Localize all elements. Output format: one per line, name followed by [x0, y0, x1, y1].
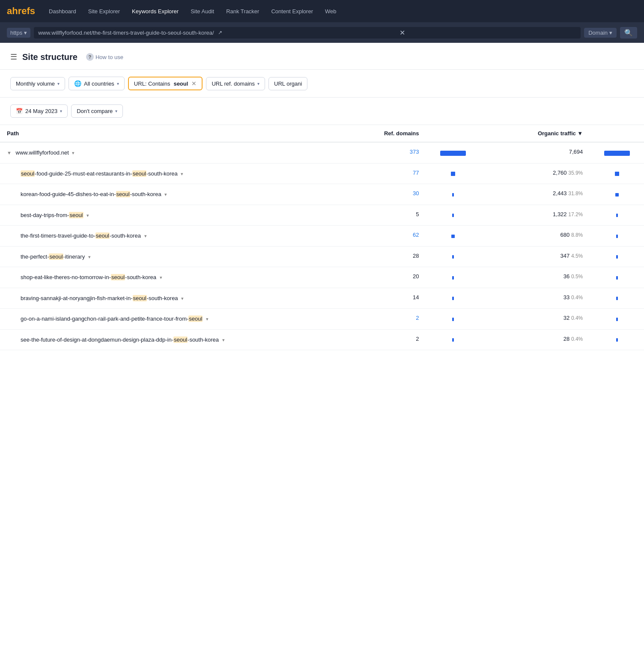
nav-content-explorer[interactable]: Content Explorer — [266, 6, 318, 17]
url-contains-filter[interactable]: URL: Contains seoul ✕ — [128, 77, 203, 90]
table-row: braving-sannakji-at-noryangjin-fish-mark… — [0, 288, 644, 309]
ref-domains-value[interactable]: 77 — [335, 163, 426, 184]
path-cell: see-the-future-of-design-at-dongdaemun-d… — [0, 329, 335, 350]
sidebar-toggle-icon[interactable]: ☰ — [10, 52, 17, 62]
organic-bar-dot — [616, 297, 618, 300]
expand-icon[interactable]: ▾ — [181, 171, 183, 176]
highlight-word: seoul — [173, 336, 188, 343]
highlight-word: seoul — [133, 295, 147, 301]
countries-filter[interactable]: 🌐 All countries ▾ — [69, 77, 125, 90]
nav-site-explorer[interactable]: Site Explorer — [83, 6, 125, 17]
traffic-pct: 35.9% — [568, 170, 583, 176]
url-bar: https ▾ www.willflyforfood.net/the-first… — [0, 22, 644, 43]
domain-selector[interactable]: Domain ▾ — [584, 28, 617, 38]
organic-bar — [590, 205, 644, 226]
ref-domains-value: 20 — [335, 267, 426, 288]
ref-domains-value: 5 — [335, 205, 426, 226]
nav-keywords-explorer[interactable]: Keywords Explorer — [127, 6, 184, 17]
expand-icon[interactable]: ▾ — [222, 337, 225, 342]
ref-domains-chevron-icon: ▾ — [257, 81, 259, 86]
countries-label: All countries — [84, 80, 114, 87]
globe-icon: 🌐 — [74, 80, 81, 87]
protocol-selector[interactable]: https ▾ — [7, 28, 30, 38]
compare-selector[interactable]: Don't compare ▾ — [71, 104, 123, 118]
table-row: see-the-future-of-design-at-dongdaemun-d… — [0, 329, 644, 350]
url-filter-close-icon[interactable]: ✕ — [191, 80, 197, 87]
url-clear-icon[interactable]: ✕ — [400, 29, 577, 37]
help-icon: ? — [86, 53, 94, 61]
how-to-use-button[interactable]: ? How to use — [83, 51, 127, 63]
organic-traffic-column-header[interactable]: Organic traffic ▼ — [480, 125, 590, 142]
organic-bar-dot — [615, 172, 619, 176]
external-link-icon[interactable]: ↗ — [218, 30, 395, 36]
expand-icon[interactable]: ▾ — [160, 275, 162, 280]
nav-site-audit[interactable]: Site Audit — [185, 6, 219, 17]
organic-bar — [590, 246, 644, 267]
nav-dashboard[interactable]: Dashboard — [44, 6, 81, 17]
path-cell: seoul-food-guide-25-must-eat-restaurants… — [0, 163, 335, 184]
ref-domains-bar — [426, 226, 480, 247]
organic-traffic-value: 1,322 17.2% — [480, 205, 590, 226]
organic-bar — [590, 288, 644, 309]
data-table: Path Ref. domains Organic traffic ▼ ▼ ww… — [0, 125, 644, 350]
ref-domains-value[interactable]: 30 — [335, 184, 426, 205]
organic-bar — [590, 226, 644, 247]
filter-bar: Monthly volume ▾ 🌐 All countries ▾ URL: … — [0, 70, 644, 98]
domain-expand-icon[interactable]: ▾ — [72, 150, 75, 155]
table-row: seoul-food-guide-25-must-eat-restaurants… — [0, 163, 644, 184]
ref-domains-value[interactable]: 2 — [335, 309, 426, 330]
expand-icon[interactable]: ▾ — [164, 192, 167, 197]
ref-domains-filter[interactable]: URL ref. domains ▾ — [206, 77, 265, 90]
url-input-container[interactable]: www.willflyforfood.net/the-first-timers-… — [34, 27, 581, 39]
expand-icon[interactable]: ▾ — [144, 233, 147, 238]
ref-domains-value[interactable]: 62 — [335, 226, 426, 247]
path-cell: the-first-timers-travel-guide-to-seoul-s… — [0, 226, 335, 247]
countries-chevron-icon: ▾ — [117, 81, 119, 86]
page-header: ☰ Site structure ? How to use — [0, 43, 644, 70]
highlight-word: seoul — [111, 274, 125, 280]
highlight-word: seoul — [95, 232, 110, 239]
url-text: www.willflyforfood.net/the-first-timers-… — [38, 30, 215, 36]
url-filter-prefix: URL: Contains — [134, 80, 170, 87]
organic-traffic-value: 33 0.4% — [480, 288, 590, 309]
table-row: best-day-trips-from-seoul ▾ 5 1,322 17.2… — [0, 205, 644, 226]
traffic-pct: 8.8% — [571, 232, 583, 238]
domain-label: Domain — [588, 30, 608, 36]
expand-icon[interactable]: ▾ — [88, 254, 91, 259]
expand-icon[interactable]: ▾ — [181, 296, 184, 301]
nav-rank-tracker[interactable]: Rank Tracker — [221, 6, 264, 17]
volume-label: Monthly volume — [16, 80, 55, 87]
organic-traffic-value: 2,760 35.9% — [480, 163, 590, 184]
organic-bar-dot — [616, 276, 618, 280]
collapse-icon[interactable]: ▼ — [7, 150, 12, 155]
organic-traffic-value: 32 0.4% — [480, 309, 590, 330]
nav-web[interactable]: Web — [320, 6, 342, 17]
table-row: the-first-timers-travel-guide-to-seoul-s… — [0, 226, 644, 247]
how-to-use-label: How to use — [95, 54, 123, 60]
highlight-word: seoul — [116, 191, 130, 197]
volume-filter[interactable]: Monthly volume ▾ — [10, 77, 65, 90]
ref-bar-dot — [452, 255, 454, 259]
ref-bar-dot — [452, 214, 454, 217]
organic-filter[interactable]: URL organi — [268, 77, 307, 90]
ref-domains-bar — [426, 163, 480, 184]
date-selector[interactable]: 📅 24 May 2023 ▾ — [10, 104, 68, 118]
expand-icon[interactable]: ▾ — [86, 213, 89, 218]
logo[interactable]: ahrefs — [7, 6, 35, 17]
path-cell: shop-eat-like-theres-no-tomorrow-in-seou… — [0, 267, 335, 288]
expand-icon[interactable]: ▾ — [206, 316, 209, 322]
table-row: shop-eat-like-theres-no-tomorrow-in-seou… — [0, 267, 644, 288]
calendar-icon: 📅 — [16, 108, 23, 114]
ref-domains-column-header: Ref. domains — [335, 125, 426, 142]
highlight-word: seoul — [69, 212, 83, 218]
ref-bar-dot — [452, 297, 454, 300]
highlight-word: seoul — [21, 170, 35, 177]
search-button[interactable]: 🔍 — [620, 27, 637, 39]
ref-domains-label: URL ref. domains — [212, 80, 255, 87]
ref-domains-value[interactable]: 373 — [335, 142, 426, 163]
ref-domains-value: 14 — [335, 288, 426, 309]
ref-bar-dot — [452, 193, 454, 196]
table-row: korean-food-guide-45-dishes-to-eat-in-se… — [0, 184, 644, 205]
path-cell: braving-sannakji-at-noryangjin-fish-mark… — [0, 288, 335, 309]
organic-bar — [590, 329, 644, 350]
